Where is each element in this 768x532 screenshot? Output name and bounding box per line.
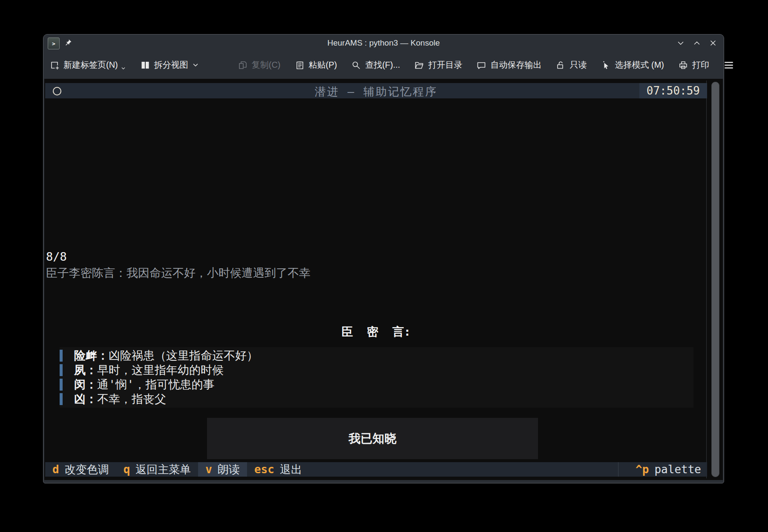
read-only-button[interactable]: 只读 [555,59,587,71]
minimize-icon[interactable] [676,38,685,48]
copy-button[interactable]: 复制(C) [238,59,281,71]
open-directory-button[interactable]: 打开目录 [414,59,462,71]
tui-header-bar: 潜进 – 辅助记忆程序 07:50:59 [45,83,707,98]
tui-app-title: 潜进 – 辅助记忆程序 [45,84,707,99]
titlebar: > HeurAMS : python3 — Konsole [43,35,724,52]
new-tab-button[interactable]: 新建标签页(N) [49,59,126,71]
split-view-icon [140,60,150,70]
shortcut-palette: ^p palette [618,462,707,477]
terminal-view[interactable]: 潜进 – 辅助记忆程序 07:50:59 8/8 臣子李密陈言：我因命运不好，小… [44,79,723,480]
tui-clock: 07:50:59 [639,83,707,98]
hamburger-menu-icon[interactable] [723,60,734,71]
annotations-panel: 险衅：凶险祸患（这里指命运不好） 夙：早时，这里指年幼的时候 闵：通'悯'，指可… [60,347,693,408]
window-title: HeurAMS : python3 — Konsole [43,38,724,48]
split-view-button[interactable]: 拆分视图 [140,59,199,71]
find-button[interactable]: 查找(F)... [351,59,400,71]
close-icon[interactable] [708,38,718,48]
toolbar: 新建标签页(N) 拆分视图 复制(C) 粘贴(P) 查找(F)... [43,52,724,78]
shortcut-change-theme: d 改变色调 [45,462,116,477]
annotation-line: 凶：不幸，指丧父 [60,392,693,406]
annotation-line: 夙：早时，这里指年幼的时候 [60,363,693,377]
konsole-window: > HeurAMS : python3 — Konsole 新建标签页(N) [43,34,724,483]
scrollbar-thumb[interactable] [711,82,719,477]
progress-counter: 8/8 [46,250,67,263]
maximize-icon[interactable] [692,38,702,48]
shortcut-footer: d 改变色调 q 返回主菜单 v 朗读 esc 退出 ^p [45,462,707,477]
folder-icon [414,60,424,70]
print-button[interactable]: 打印 [678,59,709,71]
shortcut-exit: esc 退出 [247,462,309,477]
verse-line: 臣 密 言: [45,324,707,339]
shortcut-main-menu: q 返回主菜单 [116,462,198,477]
chevron-down-icon [192,62,199,69]
lock-open-icon [555,60,566,70]
new-tab-icon [49,60,60,70]
shortcut-read-aloud: v 朗读 [198,462,247,477]
search-icon [351,60,361,70]
annotation-line: 险衅：凶险祸患（这里指命运不好） [60,348,693,363]
annotation-line: 闵：通'悯'，指可忧患的事 [60,377,693,392]
acknowledge-button[interactable]: 我已知晓 [207,418,538,459]
save-output-icon [476,60,486,70]
printer-icon [678,60,688,70]
paste-icon [295,60,305,70]
translation-hint: 臣子李密陈言：我因命运不好，小时候遭遇到了不幸 [46,265,311,281]
autosave-output-button[interactable]: 自动保存输出 [476,59,541,71]
chevron-down-icon [121,66,126,71]
select-mode-icon [601,60,611,70]
select-mode-button[interactable]: 选择模式 (M) [601,59,664,71]
tui-content: 潜进 – 辅助记忆程序 07:50:59 8/8 臣子李密陈言：我因命运不好，小… [45,83,707,477]
copy-icon [238,60,248,70]
paste-button[interactable]: 粘贴(P) [295,59,337,71]
